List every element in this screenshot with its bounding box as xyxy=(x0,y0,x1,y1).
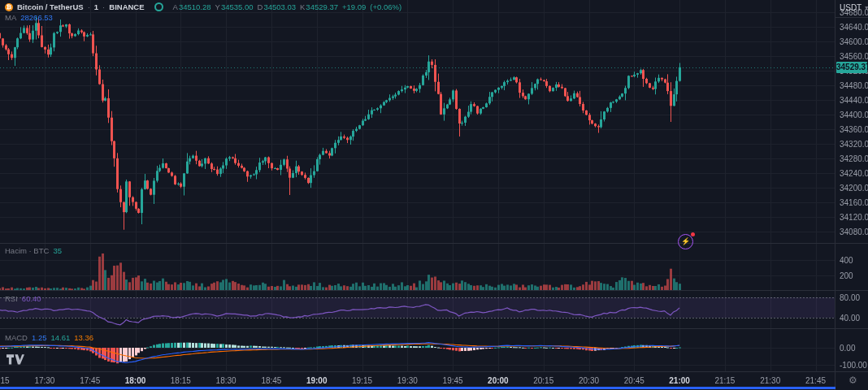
boost-icon[interactable]: ⚡ xyxy=(678,234,693,249)
time-tick-label: 19:00 xyxy=(301,376,333,385)
tradingview-logo[interactable] xyxy=(7,354,24,370)
time-tick-label: 19:15 xyxy=(346,376,379,385)
macd-value-2: 14.61 xyxy=(50,333,70,342)
high-label: Y xyxy=(215,2,220,11)
currency-header[interactable]: USDT ▾ xyxy=(840,3,868,12)
open-value: 34510.28 xyxy=(179,2,211,11)
separator: · xyxy=(102,2,105,11)
time-tick-label: 19:45 xyxy=(436,376,469,385)
price-tick-label: 34360.00 xyxy=(840,125,868,134)
macd-label: MACD xyxy=(5,333,28,342)
ma-label: MA xyxy=(5,13,16,22)
bitcoin-icon: ₿ xyxy=(5,3,13,11)
price-tick-label: 34440.00 xyxy=(840,96,868,105)
symbol-legend[interactable]: ₿ Bitcoin / TetherUS · 1 · BINANCE A3451… xyxy=(5,2,401,11)
price-tick-label: 34200.00 xyxy=(840,184,868,193)
exchange-label[interactable]: BINANCE xyxy=(109,2,144,11)
close-value: 34529.37 xyxy=(306,2,338,11)
time-tick-label: 21:15 xyxy=(709,376,741,385)
low-label: D xyxy=(258,2,263,11)
price-tick-label: 34120.00 xyxy=(840,213,868,222)
price-tick-label: 34080.00 xyxy=(840,228,868,236)
macd-value-1: 1.25 xyxy=(32,333,47,342)
ma-legend[interactable]: MA 28266.53 xyxy=(5,13,53,22)
chart-canvas[interactable] xyxy=(0,0,868,390)
price-tick-label: 34480.00 xyxy=(840,81,868,90)
rsi-legend[interactable]: RSI 60.40 xyxy=(5,294,41,303)
time-tick-label: 20:00 xyxy=(482,376,514,385)
change-percent: (+0.06%) xyxy=(370,2,401,11)
high-value: 34535.00 xyxy=(221,2,254,11)
volume-label: Hacim · BTC xyxy=(5,246,49,255)
price-tick-label: 34600.00 xyxy=(840,37,868,46)
time-tick-label: 21:00 xyxy=(663,376,696,385)
ma-value: 28266.53 xyxy=(20,13,53,22)
trading-chart: ₿ Bitcoin / TetherUS · 1 · BINANCE A3451… xyxy=(0,0,868,390)
rsi-value: 60.40 xyxy=(22,294,41,303)
time-tick-label: 17:30 xyxy=(28,376,61,385)
close-label: K xyxy=(300,2,305,11)
symbol-title[interactable]: Bitcoin / TetherUS xyxy=(17,2,84,11)
open-label: A xyxy=(173,2,178,11)
price-tick-label: 34160.00 xyxy=(840,198,868,207)
rsi-tick-label: 80.00 xyxy=(840,293,860,302)
price-tick-label: 34560.00 xyxy=(840,52,868,61)
chevron-down-icon: ▾ xyxy=(865,4,868,11)
time-tick-label: 18:30 xyxy=(210,376,242,385)
price-axis[interactable]: USDT ▾ 34680.0034640.0034600.0034560.003… xyxy=(835,0,868,372)
time-tick-label: 17:45 xyxy=(74,376,106,385)
time-tick-label: 20:45 xyxy=(618,376,650,385)
scrollbar[interactable] xyxy=(0,387,835,389)
rsi-tick-label: 40.00 xyxy=(840,314,860,323)
price-tick-label: 34400.00 xyxy=(840,110,868,119)
volume-value: 35 xyxy=(53,246,62,255)
macd-value-3: 13.36 xyxy=(74,333,93,342)
macd-legend[interactable]: MACD 1.25 14.61 13.36 xyxy=(5,333,93,342)
time-tick-label: 21:45 xyxy=(800,376,832,385)
price-tick-label: 34240.00 xyxy=(840,169,868,178)
time-tick-label: 21:30 xyxy=(754,376,787,385)
time-tick-label: 18:15 xyxy=(164,376,197,385)
time-tick-label: 18:00 xyxy=(119,376,152,385)
time-tick-label: 20:30 xyxy=(573,376,605,385)
separator: · xyxy=(88,2,90,11)
volume-tick-label: 400 xyxy=(840,256,853,265)
change-value: +19.09 xyxy=(342,2,366,11)
interval-label[interactable]: 1 xyxy=(94,2,98,11)
macd-tick-label: -100.00 xyxy=(840,361,867,370)
time-tick-label: 20:15 xyxy=(527,376,560,385)
macd-tick-label: 0.00 xyxy=(840,344,855,353)
volume-tick-label: 200 xyxy=(840,271,853,280)
notification-dot xyxy=(691,232,695,236)
settings-icon[interactable]: ⚙ xyxy=(848,375,857,386)
low-value: 34503.03 xyxy=(263,2,296,11)
rsi-label: RSI xyxy=(5,294,18,303)
last-price-tag: 34529.37 xyxy=(836,62,867,73)
price-tick-label: 34320.00 xyxy=(840,140,868,149)
price-tick-label: 34280.00 xyxy=(840,154,868,163)
time-tick-label: 19:30 xyxy=(391,376,423,385)
volume-legend[interactable]: Hacim · BTC 35 xyxy=(5,246,62,255)
time-tick-label: 17:15 xyxy=(0,376,15,385)
market-status-icon[interactable] xyxy=(154,2,163,11)
price-tick-label: 34640.00 xyxy=(840,23,868,32)
currency-label: USDT xyxy=(840,3,861,12)
time-tick-label: 18:45 xyxy=(255,376,288,385)
